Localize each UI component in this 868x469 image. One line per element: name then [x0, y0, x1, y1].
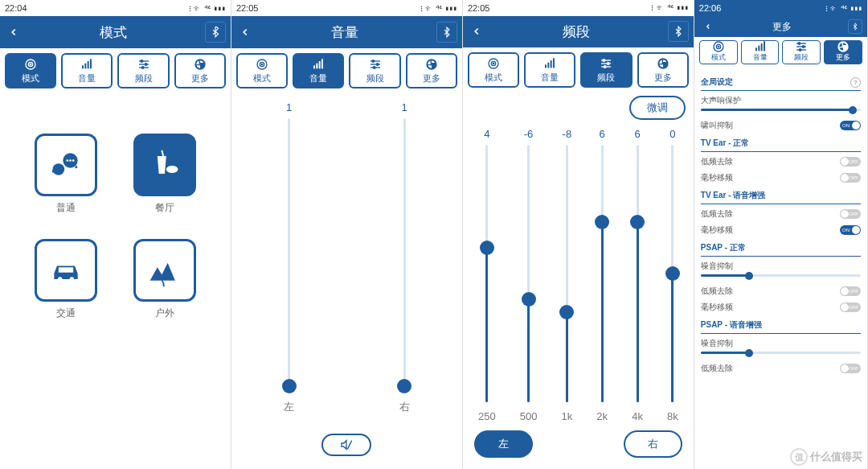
tab-bar: 模式音量频段更多 [0, 48, 231, 93]
svg-rect-54 [755, 47, 757, 51]
setting-toggle-row: 低频去除OFF [701, 282, 861, 298]
tab-3[interactable]: 更多 [637, 52, 689, 88]
eq-area: 微调 4250-6500-81k62k64k08k 左 右 [463, 93, 694, 469]
mode-button[interactable] [133, 134, 196, 196]
help-icon[interactable]: ? [850, 77, 861, 88]
setting-toggle-row: 低频去除OFF [701, 359, 861, 375]
h-thumb[interactable] [745, 349, 753, 357]
svg-point-32 [372, 60, 375, 62]
tab-1[interactable]: 音量 [293, 53, 344, 88]
mode-button[interactable] [35, 239, 97, 302]
section-title: PSAP - 正常 [701, 242, 746, 253]
status-icons: ⋮ ᯤ ⁴⁶ ▮▮▮ [650, 3, 688, 12]
left-ear-button[interactable]: 左 [474, 430, 533, 458]
svg-point-15 [66, 159, 68, 162]
finetune-button[interactable]: 微调 [629, 96, 686, 120]
bluetooth-icon[interactable] [848, 19, 862, 34]
svg-rect-6 [90, 59, 92, 68]
bluetooth-icon[interactable] [436, 22, 457, 43]
tab-1[interactable]: 音量 [741, 40, 780, 64]
tab-2[interactable]: 频段 [349, 53, 400, 88]
slider-track[interactable] [671, 145, 674, 402]
section-header: 全局设定? [701, 74, 861, 91]
tab-0[interactable]: 模式 [5, 53, 56, 88]
slider-thumb[interactable] [630, 215, 645, 229]
tab-1[interactable]: 音量 [524, 52, 575, 88]
mode-button[interactable] [133, 239, 196, 302]
slider-thumb[interactable] [397, 379, 411, 393]
slider-track[interactable] [566, 145, 568, 402]
slider-track[interactable] [288, 118, 290, 392]
mode-chat: 普通 [24, 134, 107, 215]
slider-track[interactable] [403, 118, 406, 392]
slider-thumb[interactable] [282, 379, 297, 393]
h-slider[interactable] [701, 109, 861, 111]
tab-label: 音量 [78, 72, 96, 84]
tab-2[interactable]: 频段 [782, 40, 821, 64]
tab-3[interactable]: 更多 [824, 40, 862, 64]
setting-label: 啸叫抑制 [701, 120, 733, 131]
tab-1[interactable]: 音量 [61, 53, 113, 88]
back-button[interactable] [699, 18, 717, 35]
slider-thumb[interactable] [522, 292, 536, 306]
svg-point-8 [141, 60, 143, 62]
h-slider[interactable] [701, 274, 861, 277]
toggle[interactable]: OFF [840, 173, 861, 183]
svg-point-13 [52, 163, 64, 175]
slider-value: 0 [669, 128, 675, 140]
slider-label: 左 [284, 400, 294, 414]
toggle[interactable]: ON [840, 121, 861, 130]
back-button[interactable] [236, 23, 254, 41]
setting-label: 毫秒移频 [701, 302, 733, 313]
page-title: 模式 [23, 23, 205, 42]
slider-track[interactable] [601, 145, 604, 402]
mute-button[interactable] [321, 434, 371, 456]
tab-3[interactable]: 更多 [174, 53, 226, 88]
tab-label: 更多 [423, 72, 440, 84]
slider-track[interactable] [637, 145, 639, 402]
tab-3[interactable]: 更多 [406, 53, 457, 88]
toggle[interactable]: OFF [840, 302, 861, 312]
settings-list[interactable]: 全局设定?大声响保护啸叫抑制ONTV Ear - 正常低频去除OFF毫秒移频OF… [694, 68, 867, 469]
slider-thumb[interactable] [559, 305, 574, 319]
bluetooth-icon[interactable] [205, 22, 226, 43]
toggle[interactable]: ON [840, 225, 861, 235]
h-thumb[interactable] [745, 272, 753, 280]
tab-2[interactable]: 频段 [117, 53, 169, 88]
bluetooth-icon[interactable] [668, 21, 689, 42]
toggle[interactable]: OFF [840, 157, 861, 167]
mode-button[interactable] [35, 134, 97, 196]
volume-area: 1左1右 [231, 93, 462, 469]
tab-0[interactable]: 模式 [236, 53, 288, 88]
slider-thumb[interactable] [665, 266, 680, 281]
h-slider[interactable] [701, 352, 861, 354]
slider-track[interactable] [527, 145, 530, 402]
tab-0[interactable]: 模式 [468, 52, 519, 88]
eq-sliders: 4250-6500-81k62k64k08k [463, 123, 694, 422]
slider-thumb[interactable] [480, 241, 494, 255]
slider-thumb[interactable] [595, 215, 609, 229]
toggle[interactable]: OFF [840, 364, 861, 373]
mic-row [231, 424, 462, 469]
toggle[interactable]: OFF [840, 209, 861, 219]
right-ear-button[interactable]: 右 [624, 430, 682, 458]
mode-label: 餐厅 [155, 201, 174, 215]
slider-value: 6 [600, 128, 605, 140]
h-thumb[interactable] [849, 106, 857, 114]
setting-label: 毫秒移频 [701, 224, 733, 236]
tab-icon [657, 57, 669, 70]
time: 22:04 [5, 3, 27, 13]
header: 更多 [694, 16, 867, 37]
mode-label: 交通 [56, 306, 76, 320]
slider-track[interactable] [485, 145, 488, 402]
tab-0[interactable]: 模式 [699, 40, 738, 64]
vslider: 08k [667, 128, 678, 422]
toggle[interactable]: OFF [840, 286, 861, 296]
time: 22:06 [699, 3, 722, 13]
setting-label: 低频去除 [701, 156, 733, 167]
setting-slider-row: 噪音抑制 [701, 334, 861, 354]
vslider: 1右 [399, 101, 410, 424]
back-button[interactable] [5, 23, 23, 41]
back-button[interactable] [468, 23, 485, 40]
tab-2[interactable]: 频段 [580, 52, 632, 88]
